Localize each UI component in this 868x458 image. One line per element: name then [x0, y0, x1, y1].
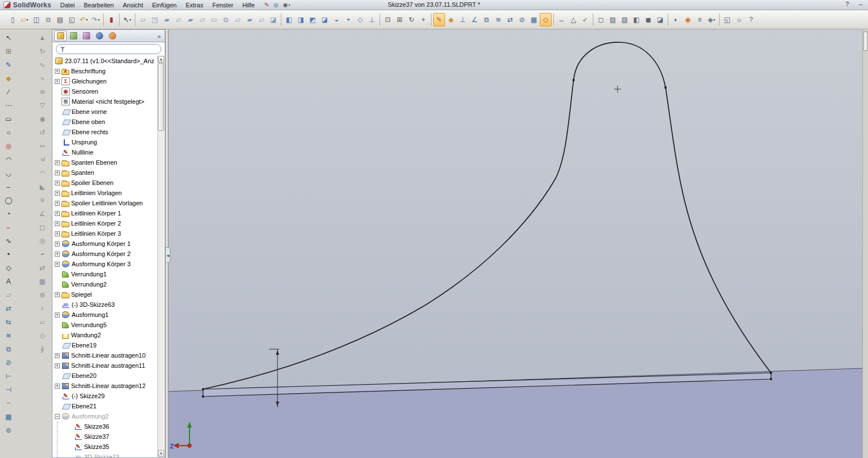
tree-item-skizze37[interactable]: Skizze37	[53, 431, 157, 442]
select-dropdown-icon[interactable]: ▾	[130, 17, 131, 21]
smart-dimension-button[interactable]: ◆	[445, 13, 457, 27]
tree-item-leitlinien-körper-3[interactable]: +Leitlinien Körper 3	[53, 228, 157, 239]
revolved-surface-button[interactable]: ◳	[149, 13, 161, 27]
view-orientation-menu-dropdown-icon[interactable]: ▾	[713, 17, 715, 21]
swept-surface-button[interactable]: ▰	[161, 13, 173, 27]
tree-item-schnitt-linear-austragen10[interactable]: +Schnitt-Linear austragen10	[53, 350, 157, 360]
tree-item-verrundung2[interactable]: Verrundung2	[53, 279, 157, 289]
tree-item-ausformung-körper-2[interactable]: +Ausformung Körper 2	[53, 249, 157, 259]
open-button[interactable]: ▱▾	[19, 13, 30, 27]
rebuild-button[interactable]: ▮	[105, 13, 117, 27]
view-orientation-menu-button[interactable]: ◈▾	[706, 13, 717, 27]
mirror-entities-button[interactable]: ⇄	[2, 302, 15, 315]
quick-view-button[interactable]: ◎	[272, 1, 280, 9]
view-back-button[interactable]: ◨	[295, 13, 307, 27]
extruded-surface-button[interactable]: ▱	[137, 13, 149, 27]
select-tool-button[interactable]: ↖	[2, 32, 15, 44]
point-button[interactable]: •	[2, 248, 15, 261]
toolbar-help-button[interactable]: ?	[745, 13, 757, 27]
tree-item-ausformung1[interactable]: +Ausformung1	[53, 310, 157, 320]
tree-item-skizze35[interactable]: Skizze35	[53, 442, 157, 452]
hole-wizard-button[interactable]: ◉	[36, 113, 49, 125]
trim-surface-button[interactable]: ◪	[267, 13, 279, 27]
view-top-button[interactable]: ◒	[331, 13, 342, 27]
centerpoint-arc-button[interactable]: ◠	[2, 153, 15, 166]
dome-button[interactable]: ◓	[36, 248, 49, 261]
sketch-tool-button[interactable]: ✎	[2, 59, 15, 71]
lofted-boss-button[interactable]: ≈	[36, 72, 49, 85]
fullscreen-button[interactable]: ◱	[721, 13, 733, 27]
extend-entities-button[interactable]: ⊢	[2, 370, 15, 382]
expand-toggle[interactable]: +	[55, 191, 60, 196]
make-drawing-button[interactable]: ⧉	[42, 13, 54, 27]
revolved-cut-button[interactable]: ↺	[36, 126, 49, 139]
tree-item-schnitt-linear-austragen11[interactable]: +Schnitt-Linear austragen11	[53, 360, 157, 371]
check-button[interactable]: ✓	[579, 13, 591, 27]
display-settings-button[interactable]: ≡	[694, 13, 706, 27]
tree-item-ebene19[interactable]: Ebene19	[53, 340, 157, 350]
sketch-button[interactable]: ✎	[433, 13, 445, 27]
tree-item-spoiler-leitlinien-vorlagen[interactable]: +Spoiler Leitlinien Vorlagen	[53, 198, 157, 208]
parabola-button[interactable]: ⌣	[2, 221, 15, 234]
curves-button[interactable]: ≀	[36, 302, 49, 315]
circle-button[interactable]: ○	[2, 126, 15, 139]
rib-button[interactable]: ≡	[36, 194, 49, 206]
open-dropdown-icon[interactable]: ▾	[27, 17, 28, 21]
expand-toggle[interactable]: +	[55, 180, 60, 186]
tree-item-ausformung-körper-1[interactable]: +Ausformung Körper 1	[53, 239, 157, 249]
tree-item-ebene20[interactable]: Ebene20	[53, 371, 157, 381]
swept-cut-button[interactable]: ∾	[36, 140, 49, 152]
offset-entities-button[interactable]: ≋	[492, 13, 504, 27]
tree-item-gleichungen[interactable]: +Gleichungen	[53, 76, 157, 86]
offset-surface-button[interactable]: ⧉	[220, 13, 232, 27]
tree-item-ebene-vorne[interactable]: Ebene vorne	[53, 107, 157, 117]
expand-toggle[interactable]: +	[55, 79, 60, 84]
menu-extras[interactable]: Extras	[181, 1, 208, 9]
scroll-up-button[interactable]: ▲	[158, 56, 164, 63]
expand-toggle[interactable]: −	[55, 414, 60, 419]
viewport-scroll-thumb[interactable]	[863, 32, 867, 51]
user-profile-button[interactable]: ◉▾	[281, 1, 292, 9]
helix-button[interactable]: ∮	[36, 343, 49, 355]
partial-ellipse-button[interactable]: ◔	[2, 208, 15, 220]
print-button[interactable]: ▤	[54, 13, 66, 27]
print-preview-button[interactable]: ◱	[66, 13, 78, 27]
trim-entities-button[interactable]: ⊘	[2, 356, 15, 369]
menu-datei[interactable]: Datei	[56, 1, 80, 9]
measure-button[interactable]: ↔	[556, 13, 567, 27]
tree-item-ebene-rechts[interactable]: Ebene rechts	[53, 127, 157, 137]
view-bottom-button[interactable]: ◓	[342, 13, 354, 27]
display-relations-button[interactable]: ∠	[469, 13, 481, 27]
tree-item-ausformung2[interactable]: −Ausformung2	[53, 411, 157, 421]
expand-toggle[interactable]: +	[55, 211, 60, 216]
construction-geometry-button[interactable]: ┄	[2, 397, 15, 409]
three-point-arc-button[interactable]: ⌣	[2, 180, 15, 193]
linear-sketch-pattern-button[interactable]: ▦	[2, 411, 15, 423]
tree-scrollbar[interactable]: ▲ ▼	[157, 56, 164, 457]
configurationmanager-tab[interactable]	[80, 30, 92, 41]
help-button[interactable]: ?	[843, 1, 851, 7]
tabs-overflow-button[interactable]: »	[155, 33, 163, 39]
expand-toggle[interactable]: +	[55, 312, 60, 318]
planar-surface-button[interactable]: ▭	[208, 13, 220, 27]
tree-item-ursprung[interactable]: Ursprung	[53, 137, 157, 147]
tree-item-verrundung1[interactable]: Verrundung1	[53, 269, 157, 279]
tree-item-material-nicht-festgelegt[interactable]: Material <nicht festgelegt>	[53, 96, 157, 107]
tree-item-spiegel[interactable]: +Spiegel	[53, 289, 157, 300]
linear-pattern-button[interactable]: ▦	[36, 275, 49, 288]
spline-button[interactable]: ∿	[2, 235, 15, 247]
boundary-boss-button[interactable]: ≋	[36, 86, 49, 98]
tree-item-skizze36[interactable]: Skizze36	[53, 421, 157, 431]
view-left-button[interactable]: ◩	[307, 13, 319, 27]
expand-toggle[interactable]: +	[55, 252, 60, 257]
expand-toggle[interactable]: +	[55, 292, 60, 297]
new-button[interactable]: ▯	[7, 13, 19, 27]
view-front-button[interactable]: ◧	[283, 13, 295, 27]
user-profile-dropdown-icon[interactable]: ▾	[289, 3, 290, 7]
extruded-cut-button[interactable]: ▽	[36, 99, 49, 112]
featuremanager-tab[interactable]	[54, 30, 67, 41]
viewport[interactable]: Z	[169, 29, 862, 458]
tree-item-spanten[interactable]: +Spanten	[53, 168, 157, 178]
boundary-surface-button[interactable]: ▰	[184, 13, 196, 27]
tree-item-leitlinien-körper-1[interactable]: +Leitlinien Körper 1	[53, 208, 157, 218]
